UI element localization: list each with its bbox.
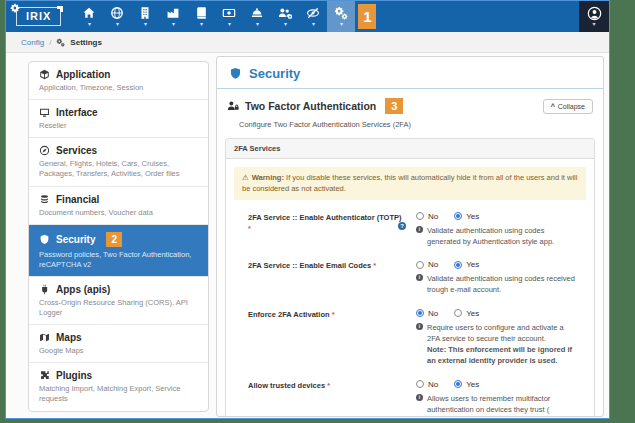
sidebar-item-apps[interactable]: Apps (apis)Cross-Origin Resource Sharing… <box>29 277 208 325</box>
radio-label: No <box>428 309 438 318</box>
warning-alert: ⚠Warning: If you disable these services,… <box>234 167 586 200</box>
chevron-down-icon: ▾ <box>228 22 231 27</box>
field-label-text: Allow trusted devices <box>248 381 327 390</box>
coins-icon <box>39 194 50 205</box>
nav-item-users[interactable]: ▾ <box>271 1 299 32</box>
radio-label: Yes <box>466 212 479 221</box>
logo-corner-decoration <box>57 6 63 12</box>
chevron-down-icon: ▾ <box>200 22 203 27</box>
radio-allow-trusted-devices-no[interactable] <box>416 380 424 388</box>
sidebar-item-label: Services <box>56 145 97 156</box>
chevron-down-icon: ▾ <box>172 22 175 27</box>
step-badge-2: 2 <box>106 232 122 247</box>
radio-enable-authenticator-totp-no[interactable] <box>416 212 424 220</box>
nav-item-payments[interactable]: ▾ <box>215 1 243 32</box>
plug-icon <box>39 284 50 295</box>
irix-logo[interactable]: IRIX <box>16 7 61 26</box>
field-control: NoYesiValidate authentication using code… <box>416 212 578 248</box>
field-label-text: 2FA Service :: Enable Email Codes <box>248 261 373 270</box>
breadcrumb-config-link[interactable]: Config <box>21 38 44 47</box>
sidebar-item-title-row: Plugins <box>39 370 198 381</box>
sidebar-item-subtitle: General, Flights, Hotels, Cars, Cruises,… <box>39 159 198 179</box>
radio-enforce-2fa-activation-yes[interactable] <box>454 309 462 317</box>
sidebar-item-label: Plugins <box>56 370 92 381</box>
settings-gears-icon <box>334 6 348 20</box>
nav-item-settings[interactable]: ▾ <box>327 1 355 32</box>
sidebar-item-interface[interactable]: InterfaceReseller <box>29 100 208 138</box>
home-icon <box>82 6 96 20</box>
users-gear-icon <box>278 6 292 20</box>
nav-item-hotels[interactable]: ▾ <box>131 1 159 32</box>
info-icon: i <box>416 274 423 281</box>
chevron-up-icon: ^ <box>551 104 555 109</box>
eye-slash-icon <box>306 6 320 20</box>
form-row-enable-email-codes: 2FA Service :: Enable Email Codes *NoYes… <box>248 260 578 296</box>
sidebar-item-security[interactable]: Security2Password policies, Two Factor A… <box>29 225 208 277</box>
nav-item-home[interactable]: ▾ <box>75 1 103 32</box>
sidebar-item-subtitle: Cross-Origin Resource Sharing (CORS), AP… <box>39 298 198 318</box>
factory-icon <box>166 6 180 20</box>
settings-gears-icon <box>56 38 65 47</box>
sidebar-item-subtitle: Application, Timezone, Session <box>39 83 198 93</box>
nav-item-industry[interactable]: ▾ <box>159 1 187 32</box>
sidebar-item-label: Interface <box>56 107 98 118</box>
radio-label: No <box>428 380 438 389</box>
radio-group-enable-authenticator-totp: NoYes <box>416 212 578 221</box>
chevron-down-icon: ▾ <box>88 22 91 27</box>
field-note: Note: This enforcement will be ignored i… <box>427 344 578 367</box>
radio-allow-trusted-devices-yes[interactable] <box>454 380 462 388</box>
field-control: NoYesiRequire users to configure and act… <box>416 309 578 367</box>
sidebar-item-application[interactable]: ApplicationApplication, Timezone, Sessio… <box>29 62 208 100</box>
radio-group-allow-trusted-devices: NoYes <box>416 380 578 389</box>
field-control: NoYesiAllows users to remember multifact… <box>416 380 578 418</box>
chevron-down-icon: ▾ <box>592 22 595 27</box>
sidebar-item-label: Apps (apis) <box>56 284 110 295</box>
book-icon <box>194 6 208 20</box>
user-menu-button[interactable]: ▾ <box>579 1 609 32</box>
nav-item-globe[interactable]: ▾ <box>103 1 131 32</box>
field-label-text: 2FA Service :: Enable Authenticator (TOT… <box>248 213 402 222</box>
warning-icon: ⚠ <box>242 173 249 182</box>
radio-label: Yes <box>466 380 479 389</box>
sidebar-item-maps[interactable]: MapsGoogle Maps <box>29 325 208 363</box>
2fa-services-panel: 2FA Services ⚠Warning: If you disable th… <box>225 138 595 417</box>
content-area: ApplicationApplication, Timezone, Sessio… <box>6 53 609 418</box>
breadcrumb-separator: / <box>49 38 51 47</box>
step-badge-3: 3 <box>385 98 403 114</box>
field-label: Enforce 2FA Activation * <box>248 309 416 367</box>
field-info-text: Allows users to remember multifactor aut… <box>427 393 578 418</box>
required-asterisk: * <box>373 261 376 270</box>
field-info: iValidate authentication using codes rec… <box>416 273 578 296</box>
sidebar-item-plugins[interactable]: PluginsMatching Import, Matching Export,… <box>29 363 208 410</box>
breadcrumb: Config / Settings <box>6 32 609 53</box>
sidebar-item-title-row: Financial <box>39 194 198 205</box>
dome-tray-icon <box>250 6 264 20</box>
breadcrumb-current: Settings <box>70 38 102 47</box>
field-info-text: Validate authentication using codes rece… <box>427 273 578 296</box>
shield-icon <box>39 234 50 245</box>
radio-enable-email-codes-yes[interactable] <box>454 261 462 269</box>
nav-item-visibility[interactable]: ▾ <box>299 1 327 32</box>
sidebar-item-financial[interactable]: FinancialDocument numbers, Voucher data <box>29 187 208 225</box>
globe-icon <box>110 6 124 20</box>
field-label: 2FA Service :: Enable Authenticator (TOT… <box>248 212 416 248</box>
banknote-icon <box>222 6 236 20</box>
warning-bold: Warning: <box>252 173 284 182</box>
section-subtitle: Configure Two Factor Authentication Serv… <box>217 116 603 138</box>
form-row-enable-authenticator-totp: 2FA Service :: Enable Authenticator (TOT… <box>248 212 578 248</box>
nav-item-catalog[interactable]: ▾ <box>187 1 215 32</box>
radio-enforce-2fa-activation-no[interactable] <box>416 309 424 317</box>
form-rows: 2FA Service :: Enable Authenticator (TOT… <box>234 200 586 418</box>
panel-header: 2FA Services <box>226 139 594 159</box>
radio-label: Yes <box>466 260 479 269</box>
panel-body: ⚠Warning: If you disable these services,… <box>226 159 594 417</box>
radio-enable-authenticator-totp-yes[interactable] <box>454 212 462 220</box>
building-icon <box>138 6 152 20</box>
sidebar-item-services[interactable]: ServicesGeneral, Flights, Hotels, Cars, … <box>29 138 208 186</box>
help-icon[interactable]: ? <box>398 222 406 230</box>
sidebar-item-subtitle: Matching Import, Matching Export, Servic… <box>39 384 198 404</box>
nav-item-services[interactable]: ▾ <box>243 1 271 32</box>
chevron-down-icon: ▾ <box>116 22 119 27</box>
radio-enable-email-codes-no[interactable] <box>416 261 424 269</box>
collapse-button[interactable]: ^ Collapse <box>543 99 593 114</box>
